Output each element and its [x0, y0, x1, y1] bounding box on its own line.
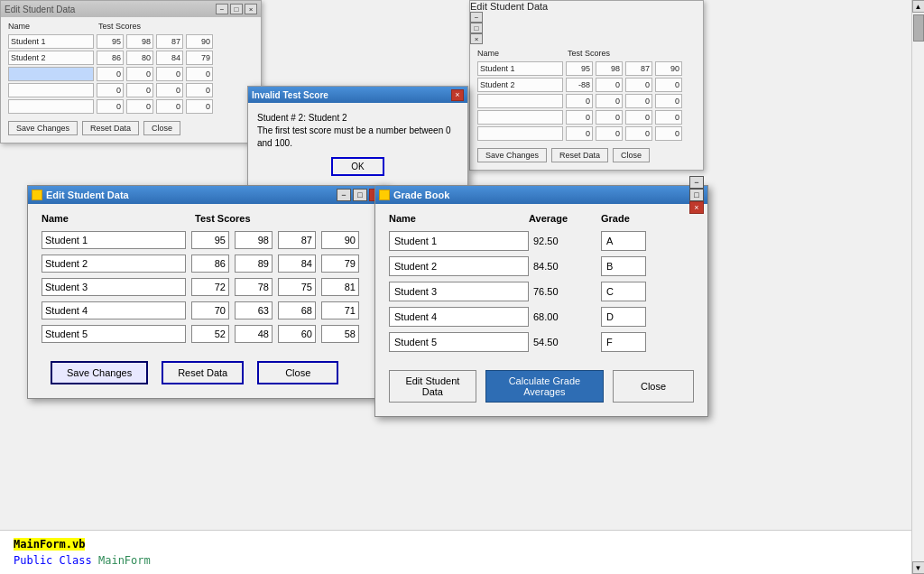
- bg-left-score-3-4[interactable]: [186, 67, 213, 81]
- gradebook-maximize-btn[interactable]: □: [689, 189, 704, 201]
- edit-score-5-2[interactable]: [235, 325, 273, 343]
- bg-right-score-4-3[interactable]: [625, 110, 652, 125]
- edit-score-4-2[interactable]: [235, 301, 273, 319]
- edit-score-5-1[interactable]: [191, 325, 229, 343]
- bg-right-name-4[interactable]: [477, 110, 563, 125]
- scroll-up-btn[interactable]: ▲: [912, 0, 925, 13]
- edit-score-1-4[interactable]: [321, 231, 359, 249]
- bg-left-score-4-4[interactable]: [186, 83, 213, 97]
- bg-right-score-2-2[interactable]: [596, 78, 623, 92]
- gradebook-close-btn[interactable]: ×: [689, 201, 704, 214]
- edit-name-input-3[interactable]: [42, 278, 186, 296]
- bg-left-name-1[interactable]: [8, 34, 94, 49]
- edit-score-5-3[interactable]: [278, 325, 316, 343]
- edit-score-4-1[interactable]: [191, 301, 229, 319]
- scroll-down-btn[interactable]: ▼: [912, 561, 925, 574]
- edit-score-2-4[interactable]: [321, 255, 359, 273]
- bg-right-score-3-4[interactable]: [655, 94, 682, 108]
- bg-left-score-5-4[interactable]: [186, 99, 213, 114]
- bg-right-score-5-3[interactable]: [625, 126, 652, 141]
- bg-left-score-1-1[interactable]: [97, 34, 124, 49]
- bg-left-score-4-3[interactable]: [156, 83, 183, 97]
- edit-name-input-5[interactable]: [42, 325, 186, 343]
- edit-student-data-button[interactable]: Edit Student Data: [389, 370, 476, 403]
- bg-right-name-5[interactable]: [477, 126, 563, 141]
- bg-right-name-1[interactable]: [477, 61, 563, 76]
- bg-left-score-5-1[interactable]: [97, 99, 124, 114]
- edit-score-3-4[interactable]: [321, 278, 359, 296]
- edit-name-input-4[interactable]: [42, 301, 186, 319]
- bg-right-score-1-1[interactable]: [566, 61, 593, 76]
- bg-right-score-3-2[interactable]: [596, 94, 623, 108]
- bg-right-close-button[interactable]: Close: [613, 148, 650, 162]
- edit-name-input-2[interactable]: [42, 255, 186, 273]
- edit-score-4-4[interactable]: [321, 301, 359, 319]
- bg-left-score-3-3[interactable]: [156, 67, 183, 81]
- scrollbar[interactable]: ▲ ▼: [911, 0, 924, 574]
- bg-left-save-button[interactable]: Save Changes: [8, 121, 78, 135]
- edit-score-2-1[interactable]: [191, 255, 229, 273]
- bg-left-score-2-1[interactable]: [97, 51, 124, 65]
- edit-close-button[interactable]: Close: [257, 361, 338, 384]
- bg-left-name-5[interactable]: [8, 99, 94, 114]
- bg-right-name-3[interactable]: [477, 94, 563, 108]
- edit-name-input-1[interactable]: [42, 231, 186, 249]
- bg-left-row-4: [8, 83, 254, 97]
- bg-right-score-1-3[interactable]: [625, 61, 652, 76]
- edit-minimize-btn[interactable]: −: [337, 189, 351, 201]
- bg-left-score-1-4[interactable]: [186, 34, 213, 49]
- bg-right-score-3-3[interactable]: [625, 94, 652, 108]
- edit-name-header: Name: [42, 213, 195, 224]
- bg-right-score-1-4[interactable]: [655, 61, 682, 76]
- scroll-thumb[interactable]: [913, 14, 924, 42]
- bg-left-score-5-3[interactable]: [156, 99, 183, 114]
- bg-left-name-4[interactable]: [8, 83, 94, 97]
- bg-left-score-1-2[interactable]: [126, 34, 153, 49]
- bg-right-score-4-2[interactable]: [596, 110, 623, 125]
- bg-right-score-2-4[interactable]: [655, 78, 682, 92]
- bg-left-name-2[interactable]: [8, 51, 94, 65]
- bg-right-save-button[interactable]: Save Changes: [477, 148, 547, 162]
- edit-score-1-1[interactable]: [191, 231, 229, 249]
- edit-score-3-2[interactable]: [235, 278, 273, 296]
- bg-left-score-2-2[interactable]: [126, 51, 153, 65]
- save-changes-button[interactable]: Save Changes: [51, 361, 148, 384]
- bg-left-score-4-2[interactable]: [126, 83, 153, 97]
- bg-left-score-2-3[interactable]: [156, 51, 183, 65]
- bg-left-score-3-2[interactable]: [126, 67, 153, 81]
- bg-right-score-5-2[interactable]: [596, 126, 623, 141]
- bg-right-score-4-4[interactable]: [655, 110, 682, 125]
- edit-score-2-2[interactable]: [235, 255, 273, 273]
- reset-data-button[interactable]: Reset Data: [162, 361, 244, 384]
- edit-score-4-3[interactable]: [278, 301, 316, 319]
- bg-left-score-4-1[interactable]: [97, 83, 124, 97]
- bg-left-reset-button[interactable]: Reset Data: [82, 121, 139, 135]
- calculate-grades-button[interactable]: Calculate Grade Averages: [485, 370, 604, 403]
- bg-right-reset-button[interactable]: Reset Data: [551, 148, 608, 162]
- edit-score-1-2[interactable]: [235, 231, 273, 249]
- bg-right-score-1-2[interactable]: [596, 61, 623, 76]
- edit-score-3-1[interactable]: [191, 278, 229, 296]
- gradebook-close-button[interactable]: Close: [613, 370, 694, 403]
- bg-right-score-4-1[interactable]: [566, 110, 593, 125]
- bg-left-name-3[interactable]: [8, 67, 94, 81]
- bg-right-name-2[interactable]: [477, 78, 563, 92]
- bg-right-score-3-1[interactable]: [566, 94, 593, 108]
- edit-score-5-4[interactable]: [321, 325, 359, 343]
- dialog-ok-button[interactable]: OK: [331, 157, 383, 176]
- bg-right-score-2-3[interactable]: [625, 78, 652, 92]
- bg-right-score-5-1[interactable]: [566, 126, 593, 141]
- bg-left-score-1-3[interactable]: [156, 34, 183, 49]
- bg-left-score-2-4[interactable]: [186, 51, 213, 65]
- bg-left-score-5-2[interactable]: [126, 99, 153, 114]
- edit-score-2-3[interactable]: [278, 255, 316, 273]
- edit-score-1-3[interactable]: [278, 231, 316, 249]
- bg-right-score-5-4[interactable]: [655, 126, 682, 141]
- bg-left-close-button[interactable]: Close: [143, 121, 180, 135]
- bg-right-score-2-1[interactable]: [566, 78, 593, 92]
- gradebook-minimize-btn[interactable]: −: [689, 176, 704, 189]
- dialog-close-btn[interactable]: ×: [451, 89, 464, 101]
- edit-maximize-btn[interactable]: □: [353, 189, 367, 201]
- bg-left-score-3-1[interactable]: [97, 67, 124, 81]
- edit-score-3-3[interactable]: [278, 278, 316, 296]
